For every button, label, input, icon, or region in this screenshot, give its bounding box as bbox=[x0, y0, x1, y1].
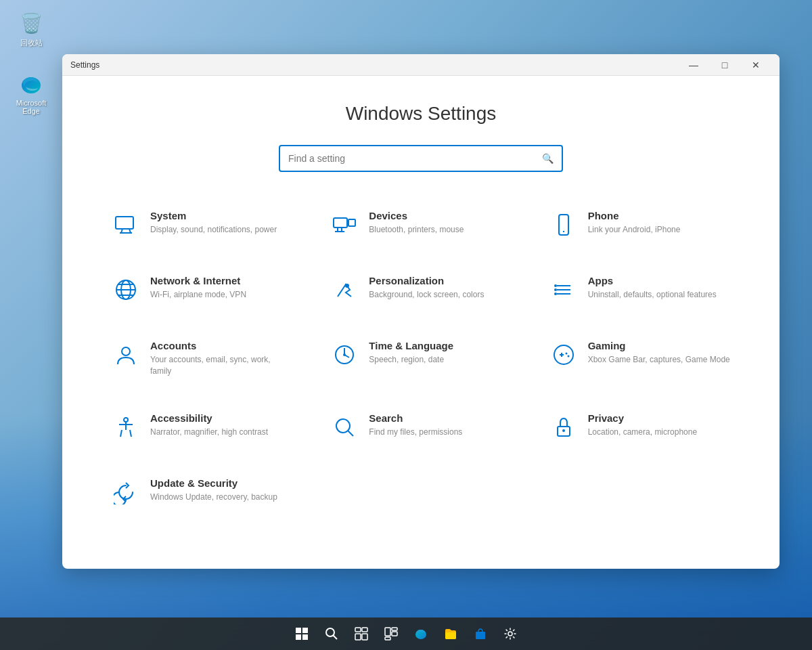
settings-item-accounts[interactable]: Accounts Your accounts, email, sync, wor… bbox=[103, 329, 301, 388]
personalization-icon bbox=[330, 275, 359, 305]
network-text: Network & Internet Wi-Fi, airplane mode,… bbox=[150, 275, 293, 301]
taskbar-settings[interactable] bbox=[497, 620, 524, 647]
apps-icon bbox=[549, 275, 579, 305]
settings-item-phone[interactable]: Phone Link your Android, iPhone bbox=[541, 199, 739, 251]
search-settings-name: Search bbox=[369, 412, 512, 424]
settings-grid: System Display, sound, notifications, po… bbox=[103, 199, 739, 518]
accounts-icon bbox=[111, 340, 141, 370]
svg-point-32 bbox=[565, 353, 567, 355]
system-icon bbox=[111, 210, 141, 240]
network-icon bbox=[111, 275, 141, 305]
settings-item-devices[interactable]: Devices Bluetooth, printers, mouse bbox=[321, 199, 520, 251]
time-text: Time & Language Speech, region, date bbox=[369, 340, 512, 366]
svg-point-21 bbox=[554, 284, 557, 287]
phone-icon bbox=[549, 210, 579, 240]
apps-desc: Uninstall, defaults, optional features bbox=[588, 289, 731, 301]
taskbar-explorer[interactable] bbox=[437, 620, 464, 647]
window-title: Settings bbox=[70, 60, 678, 70]
svg-point-23 bbox=[554, 292, 557, 295]
accounts-desc: Your accounts, email, sync, work, family bbox=[150, 354, 293, 377]
svg-rect-44 bbox=[302, 634, 308, 640]
gaming-name: Gaming bbox=[588, 340, 731, 351]
devices-text: Devices Bluetooth, printers, mouse bbox=[369, 210, 512, 236]
personalization-desc: Background, lock screen, colors bbox=[369, 289, 512, 301]
taskbar-search[interactable] bbox=[318, 620, 345, 647]
svg-point-28 bbox=[343, 353, 346, 356]
svg-line-38 bbox=[348, 431, 353, 436]
time-name: Time & Language bbox=[369, 340, 512, 351]
devices-name: Devices bbox=[369, 210, 512, 221]
privacy-icon bbox=[549, 412, 579, 442]
time-desc: Speech, region, date bbox=[369, 354, 512, 366]
accessibility-desc: Narrator, magnifier, high contrast bbox=[150, 427, 293, 438]
settings-item-personalization[interactable]: Personalization Background, lock screen,… bbox=[321, 264, 520, 316]
taskbar-store[interactable] bbox=[467, 620, 494, 647]
devices-desc: Bluetooth, printers, mouse bbox=[369, 224, 512, 236]
edge-icon bbox=[18, 70, 45, 98]
settings-item-privacy[interactable]: Privacy Location, camera, microphone bbox=[541, 402, 739, 453]
privacy-text: Privacy Location, camera, microphone bbox=[588, 412, 731, 438]
title-bar: Settings — □ ✕ bbox=[62, 54, 780, 76]
settings-item-time[interactable]: Time & Language Speech, region, date bbox=[321, 329, 520, 388]
settings-window: Settings — □ ✕ Windows Settings 🔍 bbox=[62, 54, 780, 569]
settings-content: Windows Settings 🔍 bbox=[62, 76, 780, 569]
svg-rect-42 bbox=[302, 628, 308, 633]
svg-rect-6 bbox=[348, 219, 355, 226]
settings-item-accessibility[interactable]: Accessibility Narrator, magnifier, high … bbox=[103, 402, 301, 453]
taskbar-widgets[interactable] bbox=[378, 620, 405, 647]
desktop: 🗑️ 回收站 Microsoft Edge Settings bbox=[0, 0, 812, 650]
system-desc: Display, sound, notifications, power bbox=[150, 224, 293, 236]
search-container: 🔍 bbox=[103, 145, 739, 172]
desktop-icon-edge[interactable]: Microsoft Edge bbox=[7, 68, 55, 118]
svg-rect-56 bbox=[476, 632, 485, 639]
settings-item-apps[interactable]: Apps Uninstall, defaults, optional featu… bbox=[541, 264, 739, 316]
close-button[interactable]: ✕ bbox=[740, 54, 771, 76]
search-wrapper: 🔍 bbox=[279, 145, 563, 172]
accessibility-icon bbox=[111, 412, 141, 442]
svg-line-46 bbox=[333, 635, 337, 639]
search-settings-desc: Find my files, permissions bbox=[369, 427, 512, 438]
settings-item-system[interactable]: System Display, sound, notifications, po… bbox=[103, 199, 301, 251]
system-text: System Display, sound, notifications, po… bbox=[150, 210, 293, 236]
settings-item-gaming[interactable]: Gaming Xbox Game Bar, captures, Game Mod… bbox=[541, 329, 739, 388]
desktop-icon-recycle[interactable]: 🗑️ 回收站 bbox=[7, 7, 55, 51]
svg-point-40 bbox=[562, 429, 565, 432]
privacy-desc: Location, camera, microphone bbox=[588, 427, 731, 438]
svg-point-33 bbox=[567, 355, 569, 358]
phone-text: Phone Link your Android, iPhone bbox=[588, 210, 731, 236]
svg-rect-54 bbox=[385, 637, 390, 640]
page-title: Windows Settings bbox=[103, 103, 739, 125]
svg-point-22 bbox=[554, 288, 557, 291]
personalization-text: Personalization Background, lock screen,… bbox=[369, 275, 512, 301]
accounts-text: Accounts Your accounts, email, sync, wor… bbox=[150, 340, 293, 377]
taskbar-start[interactable] bbox=[288, 620, 315, 647]
network-desc: Wi-Fi, airplane mode, VPN bbox=[150, 289, 293, 301]
window-controls: — □ ✕ bbox=[678, 54, 771, 76]
settings-item-search[interactable]: Search Find my files, permissions bbox=[321, 402, 520, 453]
accessibility-text: Accessibility Narrator, magnifier, high … bbox=[150, 412, 293, 438]
phone-desc: Link your Android, iPhone bbox=[588, 224, 731, 236]
time-icon bbox=[330, 340, 359, 370]
settings-item-network[interactable]: Network & Internet Wi-Fi, airplane mode,… bbox=[103, 264, 301, 316]
accessibility-name: Accessibility bbox=[150, 412, 293, 424]
maximize-button[interactable]: □ bbox=[709, 54, 740, 76]
minimize-button[interactable]: — bbox=[678, 54, 709, 76]
update-desc: Windows Update, recovery, backup bbox=[150, 492, 293, 503]
gaming-icon bbox=[549, 340, 579, 370]
apps-text: Apps Uninstall, defaults, optional featu… bbox=[588, 275, 731, 301]
taskbar-edge[interactable] bbox=[407, 620, 434, 647]
recycle-bin-icon: 🗑️ bbox=[18, 9, 45, 37]
search-icon[interactable]: 🔍 bbox=[542, 153, 554, 164]
settings-item-update[interactable]: Update & Security Windows Update, recove… bbox=[103, 467, 301, 518]
update-name: Update & Security bbox=[150, 477, 293, 489]
recycle-bin-label: 回收站 bbox=[20, 38, 43, 48]
svg-rect-50 bbox=[362, 634, 367, 640]
apps-name: Apps bbox=[588, 275, 731, 286]
search-input[interactable] bbox=[288, 153, 542, 164]
personalization-name: Personalization bbox=[369, 275, 512, 286]
phone-name: Phone bbox=[588, 210, 731, 221]
taskbar-taskview[interactable] bbox=[348, 620, 375, 647]
svg-rect-1 bbox=[116, 217, 133, 229]
search-settings-text: Search Find my files, permissions bbox=[369, 412, 512, 438]
svg-rect-41 bbox=[296, 628, 301, 633]
